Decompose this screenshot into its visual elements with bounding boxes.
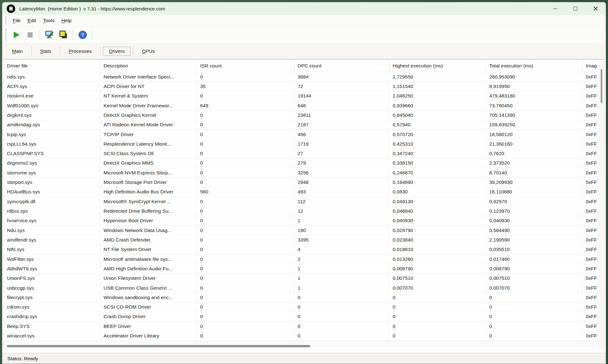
column-header-isr-count[interactable]: ISR count [197, 60, 294, 72]
table-cell: Beep.SYS [4, 322, 100, 331]
table-row[interactable]: storport.sysMicrosoft Storage Port Drive… [4, 178, 604, 187]
table-row[interactable]: rspLLL64.sysResplendence Latency Monit..… [4, 139, 604, 149]
menu-file[interactable]: File [9, 16, 24, 25]
close-button[interactable] [586, 2, 606, 15]
table-header-row: Driver file Description ISR count DPC co… [4, 60, 604, 72]
table-cell: SCSI Class System Dll [100, 149, 197, 159]
column-header-total-execution[interactable]: Total execution (ms) [486, 60, 583, 72]
table-cell: ACPI.sys [4, 82, 100, 91]
table-cell: 0 [486, 303, 583, 312]
table-cell: Ndu.sys [4, 226, 100, 235]
column-header-highest-execution[interactable]: Highest execution (ms) [390, 60, 486, 72]
column-header-description[interactable]: Description [100, 60, 197, 72]
table-cell: 19144 [294, 91, 390, 101]
processes-button[interactable] [57, 28, 70, 41]
table-row[interactable]: usbccgp.sysUSB Common Class Generic ...0… [4, 283, 604, 293]
analyze-button[interactable] [43, 28, 56, 41]
table-cell: 1 [294, 283, 390, 293]
table-cell: cdrom.sys [4, 303, 100, 312]
table-cell: WdFilter.sys [4, 254, 100, 264]
table-cell: 0,246870 [390, 168, 486, 178]
table-cell: 0,0830 [390, 187, 486, 197]
table-cell: 1719 [294, 139, 390, 149]
table-cell: 0 [294, 312, 390, 322]
table-row[interactable]: filecrypt.sysWindows sandboxing and enc.… [4, 293, 604, 302]
minimize-icon [553, 9, 557, 9]
table-row[interactable]: ACPI.sysACPI Driver for NT35721,1515408,… [4, 82, 604, 91]
table-cell: Crash Dump Driver [100, 312, 197, 322]
table-row[interactable]: CLASSPNP.SYSSCSI Class System Dll0270,34… [4, 149, 604, 159]
table-row[interactable]: dxgmms2.sysDirectX Graphics MMS02790,338… [4, 159, 604, 168]
table-cell: ndis.sys [4, 72, 100, 82]
menu-tools[interactable]: Tools [40, 16, 58, 25]
table-row[interactable]: symcryptk.dllMicrosoft® SymCrypt Kernel … [4, 197, 604, 206]
table-cell: 8,919950 [486, 82, 583, 91]
table-cell: ATI Radeon Kernel Mode Driver [100, 120, 197, 130]
table-row[interactable]: cdrom.sysSCSI CD-ROM Driver00000xFF [4, 303, 604, 312]
table-cell: 112 [294, 197, 390, 206]
table-row[interactable]: WdFilter.sysMicrosoft antimalware file s… [4, 254, 604, 264]
table-cell: DirectX Graphics MMS [100, 159, 197, 168]
table-cell: 0,425310 [390, 139, 486, 149]
table-row[interactable]: hvservice.sysHypervisor Boot Driver010,0… [4, 216, 604, 226]
stop-monitor-button[interactable] [24, 28, 36, 41]
menu-edit[interactable]: Edit [24, 16, 40, 25]
tab-stats[interactable]: Stats [32, 43, 60, 59]
tab-bar: Main Stats Processes Drivers CPUs [2, 43, 606, 59]
tab-main[interactable]: Main [3, 43, 31, 59]
vertical-scrollbar[interactable] [599, 60, 604, 351]
table-row[interactable]: ndis.sysNetwork Driver Interface Speci..… [4, 72, 604, 82]
table-row[interactable]: Ndu.sysWindows Network Data Usag...01900… [4, 226, 604, 235]
menu-gripper [5, 16, 7, 24]
table-row[interactable]: winaccel.sysAccelerator Driver Library00… [4, 331, 604, 341]
tab-cpus[interactable]: CPUs [133, 43, 163, 59]
toolbar-separator [73, 30, 73, 40]
table-cell: 0 [197, 178, 294, 187]
table-row[interactable]: Beep.SYSBEEP Driver00000xFF [4, 322, 604, 331]
table-cell: 0 [197, 168, 294, 178]
table-row[interactable]: rdbss.sysRedirected Drive Buffering Su..… [4, 206, 604, 216]
maximize-button[interactable] [565, 2, 586, 15]
table-cell: 0 [197, 312, 294, 322]
tab-drivers[interactable]: Drivers [100, 43, 133, 59]
table-row[interactable]: crashdmp.sysCrash Dump Driver00000xFF [4, 312, 604, 322]
table-cell: 0 [197, 206, 294, 216]
menu-help[interactable]: Help [58, 16, 75, 25]
start-monitor-button[interactable] [10, 28, 22, 41]
vertical-scrollbar-thumb[interactable] [601, 69, 602, 103]
table-row[interactable]: stornvme.sysMicrosoft NVM Express Storp.… [4, 168, 604, 178]
horizontal-scrollbar-thumb[interactable] [7, 345, 310, 347]
table-row[interactable]: dxgkrnl.sysDirectX Graphics Kernel023811… [4, 110, 604, 120]
table-rows: ndis.sysNetwork Driver Interface Speci..… [4, 72, 604, 341]
table-cell: Microsoft NVM Express Storp... [100, 168, 197, 178]
table-cell: 0,584490 [486, 226, 583, 235]
toolbar: ? [2, 26, 606, 43]
table-row[interactable]: Wdf01000.sysKernel Mode Driver Framewor.… [4, 101, 604, 110]
table-cell: ntoskrnl.exe [4, 91, 100, 101]
horizontal-scrollbar[interactable] [4, 341, 604, 351]
minimize-button[interactable] [545, 2, 565, 15]
table-row[interactable]: ntoskrnl.exeNT Kernel & System0191441,04… [4, 91, 604, 101]
tab-processes[interactable]: Processes [60, 43, 100, 59]
help-button[interactable]: ? [76, 28, 89, 41]
table-cell: DirectX Graphics Kernel [100, 110, 197, 120]
table-cell: 0 [486, 322, 583, 331]
table-row[interactable]: Ntfs.sysNT File System Driver040,0188100… [4, 245, 604, 254]
table-cell: 0,570720 [390, 130, 486, 139]
table-row[interactable]: amdfendr.sysAMD Crash Defender033950,023… [4, 235, 604, 245]
column-header-dpc-count[interactable]: DPC count [294, 60, 390, 72]
table-cell: 1 [294, 216, 390, 226]
title-bar: LatencyMon (Home Edition ) v 7.31 - http… [2, 2, 606, 15]
column-header-driver-file[interactable]: Driver file [4, 60, 100, 72]
table-cell: 0,338150 [390, 159, 486, 168]
table-cell: 0 [197, 331, 294, 341]
table-row[interactable]: AtihdWT6.sysAMD High Definition Audio Fu… [4, 264, 604, 273]
toolbar-separator [40, 30, 40, 40]
toolbar-gripper [5, 29, 7, 41]
table-row[interactable]: amdkmdag.sysATI Radeon Kernel Mode Drive… [4, 120, 604, 130]
table-row[interactable]: tcpip.sysTCP/IP Driver04560,57072018,580… [4, 130, 604, 139]
table-row[interactable]: HDAudBus.sysHigh Definition Audio Bus Dr… [4, 187, 604, 197]
table-cell: 0 [197, 197, 294, 206]
stop-icon [27, 32, 33, 38]
table-row[interactable]: UnionFS.sysUnion Filesystem Driver010,00… [4, 274, 604, 283]
